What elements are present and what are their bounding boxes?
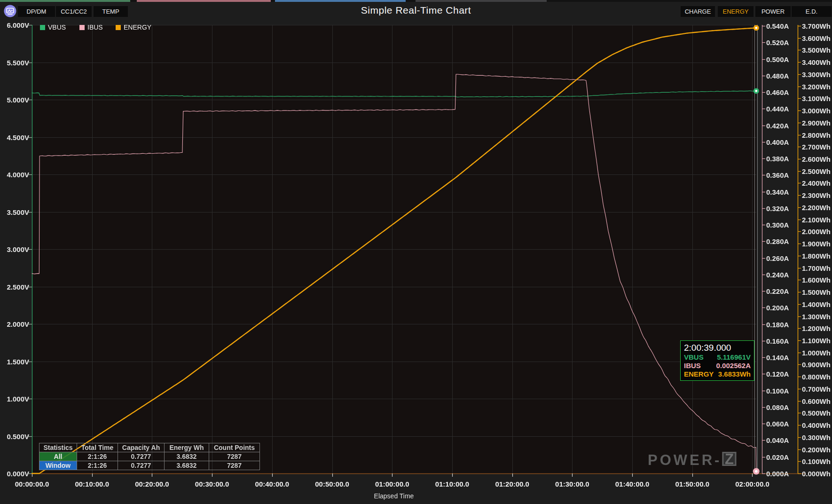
ibus-tick-label: 0.060A bbox=[766, 420, 789, 427]
energy-tick-label: 3.200Wh bbox=[802, 83, 831, 90]
ibus-tick-label: 0.480A bbox=[766, 72, 789, 79]
time-tick-label: 01:00:00.0 bbox=[375, 480, 409, 488]
ibus-tick-label: 0.500A bbox=[766, 55, 789, 63]
tooltip-series-label: VBUS bbox=[684, 353, 704, 362]
energy-tick-label: 0.400Wh bbox=[802, 422, 831, 429]
energy-tick-label: 3.100Wh bbox=[802, 95, 831, 102]
legend-swatch-energy bbox=[116, 25, 121, 30]
legend-item-vbus[interactable]: VBUS bbox=[40, 24, 66, 31]
energy-tick-label: 1.300Wh bbox=[802, 313, 831, 320]
energy-tick-label: 1.200Wh bbox=[802, 325, 831, 332]
time-tick-label: 01:50:00.0 bbox=[675, 480, 709, 488]
time-tick-label: 00:20:00.0 bbox=[135, 480, 169, 488]
stats-value-cell: 3.6832 bbox=[165, 461, 209, 470]
energy-tick-label: 3.500Wh bbox=[802, 47, 831, 54]
ibus-tick-label: 0.320A bbox=[766, 205, 789, 212]
ibus-tick-label: 0.000A bbox=[766, 470, 789, 477]
energy-tick-label: 1.000Wh bbox=[802, 349, 831, 356]
time-tick-label: 02:00:00.0 bbox=[735, 480, 769, 488]
stats-value-cell: 0.7277 bbox=[118, 452, 165, 461]
realtime-chart-plot[interactable] bbox=[0, 0, 832, 504]
energy-tick-label: 0.300Wh bbox=[802, 433, 831, 441]
ibus-tick-label: 0.400A bbox=[766, 138, 789, 145]
energy-tick-label: 0.700Wh bbox=[802, 385, 831, 392]
tooltip-time: 2:00:39.000 bbox=[684, 342, 751, 353]
stats-row-name[interactable]: Window bbox=[39, 461, 77, 470]
ibus-tick-label: 0.200A bbox=[766, 304, 789, 311]
ibus-tick-label: 0.540A bbox=[766, 23, 789, 30]
cursor-tooltip: 2:00:39.000 VBUS5.116961VIBUS0.002562AEN… bbox=[680, 340, 754, 381]
time-tick-label: 01:20:00.0 bbox=[495, 480, 529, 488]
time-tick-label: 00:30:00.0 bbox=[195, 480, 229, 488]
time-tick-label: 01:10:00.0 bbox=[435, 480, 470, 488]
energy-tick-label: 0.800Wh bbox=[802, 373, 831, 380]
energy-tick-label: 2.800Wh bbox=[802, 131, 831, 138]
legend-item-energy[interactable]: ENERGY bbox=[116, 24, 151, 31]
energy-tick-label: 3.600Wh bbox=[802, 34, 831, 41]
stats-header-cell: Energy Wh bbox=[165, 443, 209, 452]
stats-header-cell: Count Points bbox=[209, 443, 260, 452]
statistics-table: StatisticsTotal TimeCapacity AhEnergy Wh… bbox=[39, 443, 260, 470]
time-tick-label: 01:40:00.0 bbox=[615, 480, 650, 488]
stats-header-cell: Capacity Ah bbox=[118, 443, 165, 452]
stats-row-name[interactable]: All bbox=[39, 452, 77, 461]
energy-tick-label: 2.300Wh bbox=[802, 192, 831, 199]
vbus-tick-label: 0.000V bbox=[0, 470, 29, 477]
vbus-tick-label: 3.000V bbox=[0, 246, 29, 253]
ibus-tick-label: 0.380A bbox=[766, 155, 789, 162]
stats-row-all[interactable]: All2:1:260.72773.68327287 bbox=[39, 452, 260, 461]
legend-item-ibus[interactable]: IBUS bbox=[79, 24, 103, 31]
energy-tick-label: 2.600Wh bbox=[802, 156, 831, 163]
ibus-tick-label: 0.020A bbox=[766, 453, 789, 460]
vbus-tick-label: 4.500V bbox=[0, 134, 29, 141]
ibus-tick-label: 0.160A bbox=[766, 337, 789, 344]
time-tick-label: 00:00:00.0 bbox=[15, 480, 49, 488]
vbus-tick-label: 1.000V bbox=[0, 395, 29, 402]
time-tick-label: 00:40:00.0 bbox=[255, 480, 290, 488]
stats-header-cell: Statistics bbox=[39, 443, 77, 452]
vbus-tick-label: 6.000V bbox=[0, 22, 29, 29]
time-tick-label: 00:10:00.0 bbox=[75, 480, 109, 488]
energy-tick-label: 0.600Wh bbox=[802, 397, 831, 404]
energy-tick-label: 3.300Wh bbox=[802, 71, 831, 78]
tooltip-series-label: IBUS bbox=[684, 362, 701, 370]
energy-tick-label: 2.700Wh bbox=[802, 143, 831, 150]
energy-tick-label: 3.400Wh bbox=[802, 59, 831, 66]
ibus-tick-label: 0.180A bbox=[766, 321, 789, 328]
tooltip-series-value: 3.6833Wh bbox=[718, 370, 751, 378]
ibus-tick-label: 0.360A bbox=[766, 172, 789, 179]
energy-tick-label: 1.600Wh bbox=[802, 276, 831, 284]
legend-label-energy: ENERGY bbox=[124, 24, 151, 31]
stats-value-cell: 3.6832 bbox=[165, 452, 209, 461]
energy-tick-label: 1.400Wh bbox=[802, 300, 831, 307]
stats-row-window[interactable]: Window2:1:260.72773.68327287 bbox=[39, 461, 260, 470]
energy-tick-label: 1.500Wh bbox=[802, 289, 831, 296]
stats-value-cell: 2:1:26 bbox=[77, 461, 118, 470]
ibus-tick-label: 0.220A bbox=[766, 288, 789, 295]
energy-tick-label: 0.500Wh bbox=[802, 410, 831, 417]
stats-header-cell: Total Time bbox=[77, 443, 118, 452]
vbus-tick-label: 3.500V bbox=[0, 208, 29, 215]
energy-tick-label: 2.000Wh bbox=[802, 228, 831, 235]
energy-tick-label: 2.100Wh bbox=[802, 216, 831, 223]
tooltip-series-value: 5.116961V bbox=[717, 353, 751, 362]
vbus-tick-label: 2.500V bbox=[0, 283, 29, 290]
energy-tick-label: 3.000Wh bbox=[802, 107, 831, 114]
ibus-tick-label: 0.300A bbox=[766, 221, 789, 228]
ibus-tick-label: 0.280A bbox=[766, 238, 789, 245]
ibus-tick-label: 0.140A bbox=[766, 354, 789, 361]
ibus-tick-label: 0.080A bbox=[766, 403, 789, 410]
stats-value-cell: 7287 bbox=[209, 452, 260, 461]
energy-tick-label: 1.800Wh bbox=[802, 252, 831, 259]
ibus-tick-label: 0.520A bbox=[766, 39, 789, 46]
ibus-tick-label: 0.260A bbox=[766, 254, 789, 261]
vbus-tick-label: 4.000V bbox=[0, 171, 29, 178]
time-tick-label: 00:50:00.0 bbox=[315, 480, 349, 488]
legend-swatch-ibus bbox=[79, 25, 85, 30]
tooltip-row-ibus: IBUS0.002562A bbox=[684, 362, 751, 370]
vbus-tick-label: 5.000V bbox=[0, 96, 29, 103]
ibus-tick-label: 0.120A bbox=[766, 370, 789, 378]
energy-tick-label: 1.100Wh bbox=[802, 337, 831, 344]
stats-value-cell: 2:1:26 bbox=[77, 452, 118, 461]
energy-tick-label: 0.100Wh bbox=[802, 458, 831, 465]
